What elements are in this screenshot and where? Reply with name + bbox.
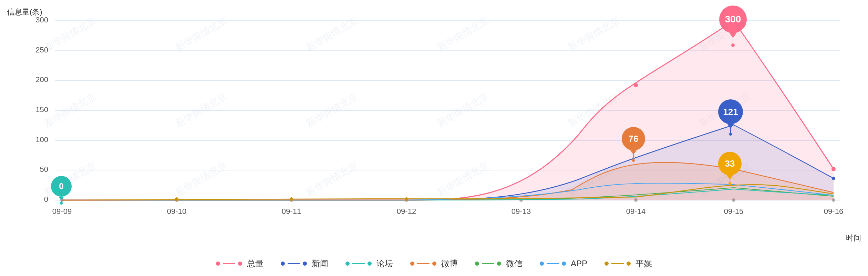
legend-dot2-weibo bbox=[432, 262, 436, 266]
annotation-pin-76: 76 bbox=[622, 127, 645, 162]
legend-dot-pingmei bbox=[604, 262, 609, 266]
annotation-pin-33: 33 bbox=[718, 152, 742, 185]
legend-label-weibo: 微博 bbox=[441, 258, 458, 269]
legend-item-total: 总量 bbox=[216, 258, 264, 269]
svg-text:09-14: 09-14 bbox=[626, 207, 645, 216]
legend-line-total bbox=[223, 263, 235, 264]
svg-point-35 bbox=[832, 177, 835, 180]
svg-point-33 bbox=[634, 83, 638, 87]
svg-text:09-16: 09-16 bbox=[824, 207, 843, 216]
annotation-pin-300: 300 bbox=[719, 6, 747, 47]
svg-text:250: 250 bbox=[35, 46, 48, 54]
legend-dot-app bbox=[540, 262, 544, 266]
svg-text:09-13: 09-13 bbox=[512, 207, 531, 216]
svg-text:0: 0 bbox=[44, 195, 48, 204]
legend-dot2-news bbox=[303, 262, 307, 266]
legend-line-app bbox=[547, 263, 559, 264]
svg-text:09-10: 09-10 bbox=[167, 207, 186, 216]
legend-item-pingmei: 平媒 bbox=[604, 258, 652, 269]
svg-text:150: 150 bbox=[35, 105, 48, 114]
legend-dot-forum bbox=[345, 262, 350, 266]
chart-legend: 总量 新闻 论坛 微博 bbox=[216, 258, 652, 269]
svg-text:50: 50 bbox=[40, 165, 48, 174]
annotation-value-300: 300 bbox=[725, 14, 741, 25]
svg-text:100: 100 bbox=[35, 135, 48, 144]
legend-dot2-weixin bbox=[497, 262, 501, 266]
legend-line-news bbox=[288, 263, 300, 264]
legend-item-news: 新闻 bbox=[281, 258, 328, 269]
svg-text:09-11: 09-11 bbox=[282, 207, 301, 216]
legend-label-news: 新闻 bbox=[312, 258, 328, 269]
svg-point-31 bbox=[290, 197, 293, 201]
legend-line-pingmei bbox=[611, 263, 624, 264]
annotation-value-0: 0 bbox=[59, 181, 63, 191]
legend-line-weixin bbox=[482, 263, 494, 264]
x-axis-label: 时间 bbox=[846, 233, 861, 243]
annotation-value-121: 121 bbox=[723, 107, 738, 117]
legend-item-app: APP bbox=[540, 259, 587, 268]
legend-item-weixin: 微信 bbox=[475, 258, 523, 269]
annotation-value-76: 76 bbox=[629, 134, 639, 144]
svg-point-34 bbox=[831, 167, 836, 171]
svg-text:09-12: 09-12 bbox=[397, 207, 416, 216]
annotation-pin-0: 0 bbox=[51, 176, 72, 205]
legend-label-weixin: 微信 bbox=[506, 258, 523, 269]
legend-dot-total bbox=[216, 262, 220, 266]
legend-label-total: 总量 bbox=[247, 258, 264, 269]
annotation-value-33: 33 bbox=[725, 158, 735, 169]
svg-text:300: 300 bbox=[35, 16, 48, 24]
legend-label-forum: 论坛 bbox=[376, 258, 393, 269]
legend-line-weibo bbox=[417, 263, 430, 264]
legend-dot-news bbox=[281, 262, 285, 266]
chart-container: 信息量(条) 时间 新华舆情北京 新华舆情北京 新华舆情北京 新华舆情北京 新华… bbox=[0, 0, 868, 276]
svg-text:09-15: 09-15 bbox=[724, 207, 743, 216]
legend-item-weibo: 微博 bbox=[410, 258, 458, 269]
annotation-pin-121: 121 bbox=[718, 99, 743, 136]
svg-point-32 bbox=[405, 197, 408, 201]
legend-dot-weibo bbox=[410, 262, 414, 266]
legend-item-forum: 论坛 bbox=[345, 258, 393, 269]
legend-dot2-pingmei bbox=[627, 262, 631, 266]
legend-dot2-app bbox=[562, 262, 566, 266]
legend-dot-weixin bbox=[475, 262, 479, 266]
legend-dot2-forum bbox=[368, 262, 372, 266]
svg-point-30 bbox=[175, 197, 178, 201]
legend-dot2-total bbox=[238, 262, 242, 266]
legend-line-forum bbox=[352, 263, 365, 264]
legend-label-pingmei: 平媒 bbox=[636, 258, 652, 269]
svg-text:09-09: 09-09 bbox=[52, 207, 72, 216]
legend-label-app: APP bbox=[571, 259, 587, 268]
svg-text:200: 200 bbox=[35, 75, 48, 84]
